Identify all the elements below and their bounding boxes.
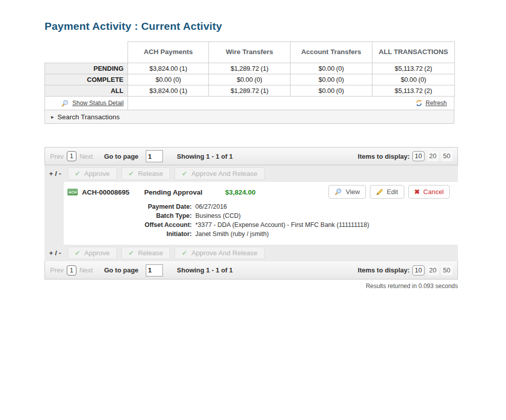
- complete-all-value: $0.00 (0): [372, 74, 455, 85]
- items-option-20[interactable]: 20: [427, 151, 438, 161]
- batch-type-label: Batch Type:: [64, 211, 192, 220]
- summary-header-row: ACH Payments Wire Transfers Account Tran…: [45, 42, 455, 63]
- cancel-label: Cancel: [424, 188, 444, 196]
- all-wire-value: $1,289.72 (1): [209, 85, 290, 97]
- all-account-value: $0.00 (0): [290, 85, 372, 97]
- all-all-value: $5,113.72 (2): [372, 85, 455, 97]
- collapsed-arrow-icon: ▸: [51, 114, 54, 120]
- items-option-10[interactable]: 10: [412, 265, 425, 275]
- column-header-all-transactions: ALL TRANSACTIONS: [372, 42, 455, 63]
- cancel-button[interactable]: ✖ Cancel: [408, 185, 450, 199]
- approve-and-release-button[interactable]: ✔ Approve And Release: [175, 167, 265, 180]
- page-number-button[interactable]: 1: [67, 265, 76, 275]
- showing-range-label: Showing 1 - 1 of 1: [177, 266, 233, 274]
- expand-collapse-all-control[interactable]: + / -: [49, 170, 61, 177]
- goto-page-input[interactable]: [146, 150, 163, 162]
- complete-ach-value: $0.00 (0): [128, 74, 209, 85]
- approve-button[interactable]: ✔ Approve: [68, 167, 117, 180]
- status-actions-row: Show Status Detail Refresh: [45, 97, 454, 110]
- pending-all-value: $5,113.72 (2): [372, 63, 455, 74]
- summary-header-empty-cell: [45, 42, 128, 63]
- check-icon: ✔: [75, 170, 80, 177]
- row-label-pending: PENDING: [45, 63, 128, 74]
- check-icon: ✔: [129, 170, 134, 177]
- items-option-50[interactable]: 50: [441, 151, 452, 161]
- expand-collapse-all-control[interactable]: + / -: [49, 249, 61, 257]
- view-button[interactable]: View: [328, 185, 366, 199]
- pagination-bar-top: Prev 1 Next Go to page Showing 1 - 1 of …: [45, 147, 458, 165]
- payment-date-label: Payment Date:: [64, 202, 192, 211]
- next-button[interactable]: Next: [79, 153, 93, 160]
- items-to-display-label: Items to display:: [358, 153, 410, 160]
- pending-wire-value: $1,289.72 (1): [209, 63, 290, 74]
- magnifier-icon: [61, 100, 69, 107]
- refresh-icon: [415, 100, 423, 107]
- check-icon: ✔: [182, 250, 187, 256]
- check-icon: ✔: [75, 250, 80, 256]
- goto-page-label: Go to page: [104, 153, 139, 160]
- transaction-amount: $3,824.00: [225, 189, 256, 196]
- summary-row-complete: COMPLETE $0.00 (0) $0.00 (0) $0.00 (0) $…: [45, 74, 455, 85]
- summary-row-pending: PENDING $3,824.00 (1) $1,289.72 (1) $0.0…: [45, 63, 455, 74]
- items-option-10[interactable]: 10: [412, 151, 425, 161]
- row-select-gutter: [45, 182, 64, 245]
- approve-label: Approve: [85, 170, 110, 177]
- offset-account-label: Offset Account:: [64, 220, 192, 229]
- search-transactions-label: Search Transactions: [58, 113, 120, 121]
- release-label: Release: [138, 249, 163, 257]
- prev-button[interactable]: Prev: [50, 153, 64, 160]
- page-title: Payment Activity : Current Activity: [45, 20, 222, 32]
- prev-button[interactable]: Prev: [50, 266, 64, 274]
- payment-date-value: 06/27/2016: [195, 202, 454, 211]
- column-header-wire-transfers: Wire Transfers: [209, 42, 290, 63]
- approve-and-release-label: Approve And Release: [191, 170, 258, 177]
- approve-and-release-button[interactable]: ✔ Approve And Release: [175, 247, 265, 259]
- items-option-50[interactable]: 50: [441, 265, 452, 275]
- search-transactions-toggle[interactable]: ▸ Search Transactions: [45, 110, 454, 124]
- release-label: Release: [138, 170, 163, 177]
- check-icon: ✔: [182, 170, 187, 177]
- items-to-display-label: Items to display:: [358, 266, 410, 274]
- page-number-button[interactable]: 1: [67, 151, 76, 161]
- check-icon: ✔: [129, 250, 134, 256]
- pending-ach-value: $3,824.00 (1): [128, 63, 209, 74]
- offset-account-value: *3377 - DDA (Expense Account) - First MF…: [195, 220, 454, 229]
- release-button[interactable]: ✔ Release: [121, 167, 170, 180]
- release-button[interactable]: ✔ Release: [121, 247, 170, 259]
- showing-range-label: Showing 1 - 1 of 1: [177, 153, 233, 160]
- refresh-label: Refresh: [426, 100, 447, 107]
- cancel-x-icon: ✖: [414, 189, 420, 195]
- transactions-list-panel: Prev 1 Next Go to page Showing 1 - 1 of …: [45, 147, 458, 279]
- batch-type-value: Business (CCD): [195, 211, 454, 220]
- pending-account-value: $0.00 (0): [290, 63, 372, 74]
- view-magnifier-icon: [334, 188, 342, 196]
- results-timing-note: Results returned in 0.093 seconds: [45, 283, 458, 290]
- ach-type-badge-icon: ACH: [67, 189, 78, 196]
- show-status-detail-button[interactable]: Show Status Detail: [45, 97, 128, 110]
- column-header-account-transfers: Account Transfers: [290, 42, 372, 63]
- next-button[interactable]: Next: [79, 266, 93, 274]
- pagination-bar-bottom: Prev 1 Next Go to page Showing 1 - 1 of …: [45, 261, 458, 279]
- complete-wire-value: $0.00 (0): [209, 74, 290, 85]
- approve-label: Approve: [85, 249, 110, 257]
- edit-label: Edit: [387, 188, 398, 196]
- bulk-actions-toolbar-top: + / - ✔ Approve ✔ Release ✔ Approve And …: [45, 165, 458, 182]
- approve-button[interactable]: ✔ Approve: [68, 247, 117, 259]
- transaction-id: ACH-00008695: [82, 189, 130, 196]
- summary-row-all: ALL $3,824.00 (1) $1,289.72 (1) $0.00 (0…: [45, 85, 455, 97]
- transaction-row: ACH ACH-00008695 Pending Approval $3,824…: [45, 182, 458, 245]
- summary-table: ACH Payments Wire Transfers Account Tran…: [45, 41, 455, 97]
- row-label-all: ALL: [45, 85, 128, 97]
- refresh-button[interactable]: Refresh: [128, 97, 454, 110]
- complete-account-value: $0.00 (0): [290, 74, 372, 85]
- view-label: View: [346, 188, 360, 196]
- initiator-value: Janet Smith (ruby / jsmith): [195, 229, 454, 239]
- bulk-actions-toolbar-bottom: + / - ✔ Approve ✔ Release ✔ Approve And …: [45, 245, 458, 261]
- goto-page-input[interactable]: [146, 264, 163, 276]
- transaction-status: Pending Approval: [144, 189, 202, 196]
- approve-and-release-label: Approve And Release: [191, 249, 258, 257]
- goto-page-label: Go to page: [104, 266, 139, 274]
- edit-button[interactable]: Edit: [370, 185, 404, 199]
- items-option-20[interactable]: 20: [427, 265, 438, 275]
- initiator-label: Initiator:: [64, 229, 192, 239]
